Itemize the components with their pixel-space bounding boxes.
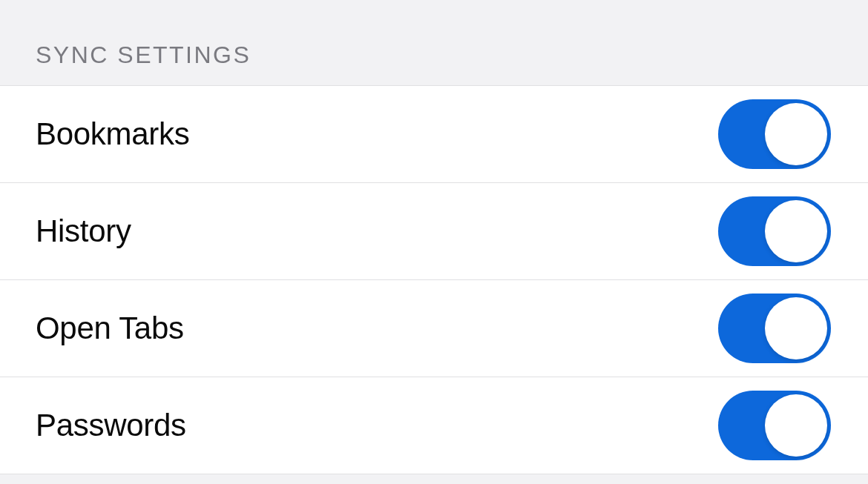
setting-row-open-tabs: Open Tabs (0, 280, 868, 377)
toggle-passwords[interactable] (718, 391, 831, 460)
toggle-knob-icon (765, 200, 827, 262)
toggle-history[interactable] (718, 196, 831, 266)
toggle-open-tabs[interactable] (718, 294, 831, 363)
section-header-sync-settings: SYNC SETTINGS (0, 0, 868, 85)
toggle-knob-icon (765, 103, 827, 165)
setting-row-history: History (0, 183, 868, 280)
setting-label-history: History (36, 213, 131, 249)
setting-label-passwords: Passwords (36, 408, 186, 443)
setting-label-bookmarks: Bookmarks (36, 116, 189, 152)
toggle-bookmarks[interactable] (718, 99, 831, 169)
setting-row-passwords: Passwords (0, 377, 868, 474)
setting-row-bookmarks: Bookmarks (0, 86, 868, 183)
sync-settings-list: Bookmarks History Open Tabs Passwords (0, 85, 868, 474)
setting-label-open-tabs: Open Tabs (36, 311, 184, 346)
toggle-knob-icon (765, 394, 827, 457)
toggle-knob-icon (765, 297, 827, 359)
